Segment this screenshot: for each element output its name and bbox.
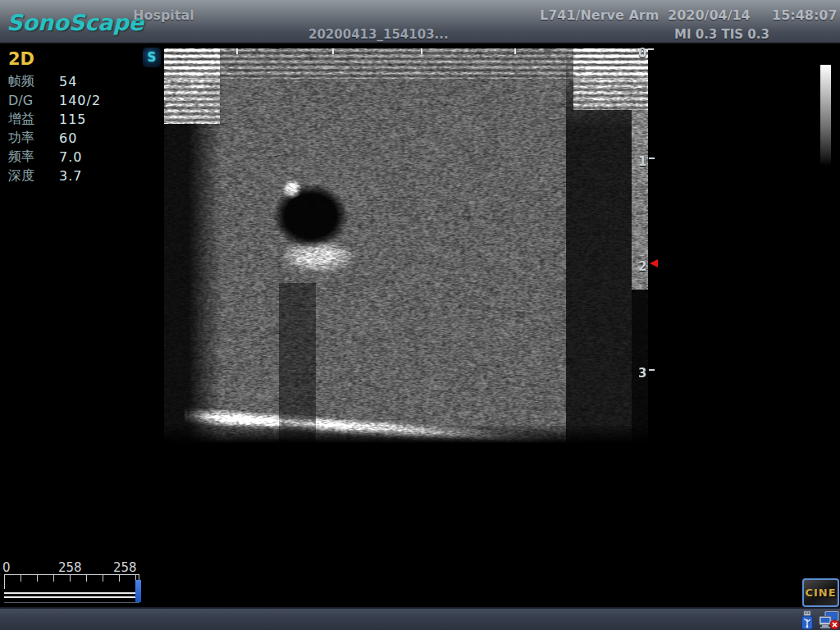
- param-label-frame-rate: 帧频: [8, 73, 51, 90]
- depth-mark-1: 1: [638, 154, 651, 169]
- bottom-status-bar: [0, 607, 840, 630]
- param-row: 频率 7.0: [8, 148, 139, 167]
- depth-tick-1: [649, 158, 655, 159]
- depth-tick-0: [648, 48, 654, 50]
- network-disconnected-icon[interactable]: [818, 610, 840, 630]
- header-bar: SonoScape Hospital 20200413_154103... L7…: [0, 0, 840, 44]
- param-value-frequency: 7.0: [59, 149, 82, 165]
- cine-track[interactable]: [4, 592, 139, 598]
- param-value-gain: 115: [59, 112, 87, 127]
- depth-tick-3: [649, 369, 655, 371]
- ultrasound-machine-screen: SonoScape Hospital 20200413_154103... L7…: [0, 0, 840, 630]
- param-row: 帧频 54: [8, 72, 139, 91]
- param-label-depth: 深度: [8, 167, 51, 185]
- exam-file-name: 20200413_154103...: [308, 27, 449, 42]
- system-time: 15:48:07: [772, 7, 838, 23]
- param-row: 深度 3.7: [8, 167, 139, 185]
- cine-scrubber-thumb[interactable]: [135, 580, 141, 602]
- param-value-depth: 3.7: [59, 168, 82, 184]
- param-label-gain: 增益: [8, 111, 51, 128]
- depth-mark-3: 3: [638, 366, 651, 381]
- cine-label-start: 0: [2, 560, 11, 575]
- param-label-dg: D/G: [8, 93, 51, 108]
- grayscale-reference-bar: [820, 65, 831, 166]
- mi-tis-indices: MI 0.3 TIS 0.3: [674, 27, 769, 42]
- cine-ruler-ticks: [5, 575, 139, 582]
- sonoscape-logo: SonoScape: [7, 10, 144, 35]
- imaging-parameters-panel: 2D 帧频 54 D/G 140/2 增益 115 功率 60 频率 7.0 深…: [8, 49, 139, 185]
- cine-label-mid: 258: [58, 560, 82, 575]
- probe-orientation-marker: S: [143, 48, 161, 67]
- cine-scrubber: 0 258 258: [4, 560, 142, 605]
- param-label-frequency: 频率: [8, 148, 51, 166]
- focus-position-marker[interactable]: [650, 259, 658, 267]
- param-row: 增益 115: [8, 110, 139, 129]
- mode-label: 2D: [8, 49, 139, 69]
- cine-box-bottom-edge: [4, 602, 139, 603]
- cine-button[interactable]: CINE: [802, 578, 839, 607]
- system-date: 2020/04/14: [668, 7, 751, 23]
- usb-icon[interactable]: [798, 610, 816, 630]
- param-value-dg: 140/2: [59, 93, 101, 108]
- hospital-name: Hospital: [133, 7, 194, 23]
- param-row: 功率 60: [8, 129, 139, 148]
- cine-label-end: 258: [113, 560, 137, 575]
- param-row: D/G 140/2: [8, 91, 139, 110]
- param-value-power: 60: [59, 130, 77, 146]
- cine-ruler: [4, 574, 139, 589]
- ultrasound-image[interactable]: [164, 48, 648, 443]
- probe-preset: L741/Nerve Arm: [540, 7, 659, 23]
- param-label-power: 功率: [8, 130, 51, 147]
- param-value-frame-rate: 54: [59, 74, 77, 89]
